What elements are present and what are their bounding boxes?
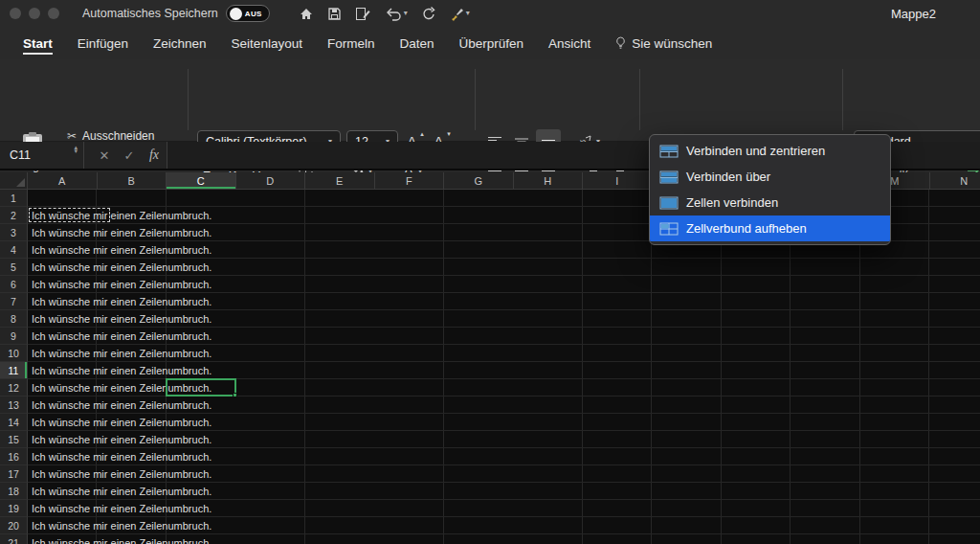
- cut-button[interactable]: ✂ Ausschneiden: [67, 129, 154, 143]
- minimize-window-button[interactable]: [29, 8, 40, 19]
- edit-document-button[interactable]: [355, 7, 371, 21]
- row-cells[interactable]: Ich wünsche mir einen Zeilenumbruch.: [28, 500, 980, 517]
- tab-daten[interactable]: Daten: [399, 27, 434, 59]
- tab-formeln[interactable]: Formeln: [327, 27, 375, 59]
- row-header-8[interactable]: 8: [0, 310, 28, 328]
- undo-button[interactable]: ▾: [385, 7, 408, 21]
- row-21: 21Ich wünsche mir einen Zeilenumbruch.: [0, 534, 980, 544]
- row-header-10[interactable]: 10: [0, 345, 28, 362]
- save-button[interactable]: [327, 7, 342, 21]
- row-cells[interactable]: Ich wünsche mir einen Zeilenumbruch.: [28, 465, 980, 483]
- tab-seitenlayout[interactable]: Seitenlayout: [232, 27, 302, 59]
- cell-text: Ich wünsche mir einen Zeilenumbruch.: [32, 261, 212, 273]
- row-header-1[interactable]: 1: [0, 190, 28, 207]
- autosave-toggle[interactable]: Automatisches Speichern AUS: [82, 5, 270, 22]
- name-box-stepper[interactable]: ▴ ▾: [74, 146, 78, 153]
- column-header-h[interactable]: H: [514, 172, 584, 189]
- row-cells[interactable]: Ich wünsche mir einen Zeilenumbruch.: [28, 276, 980, 293]
- chevron-down-icon: ▾: [74, 149, 78, 153]
- row-header-12[interactable]: 12: [0, 379, 28, 397]
- row-cells[interactable]: Ich wünsche mir einen Zeilenumbruch.: [28, 517, 980, 534]
- checkmark-icon: ✓: [124, 148, 135, 163]
- tab-label: Sie wünschen: [632, 36, 712, 51]
- column-header-d[interactable]: D: [236, 172, 306, 189]
- name-box[interactable]: C11 ▴ ▾: [0, 142, 84, 169]
- menu-item-zellverbund-aufheben[interactable]: Zellverbund aufheben: [650, 215, 890, 241]
- column-header-c[interactable]: C: [167, 172, 236, 189]
- tab-zeichnen[interactable]: Zeichnen: [153, 27, 207, 59]
- customize-toolbar-button[interactable]: ▾: [450, 7, 470, 21]
- row-header-4[interactable]: 4: [0, 241, 28, 259]
- cell-text: Ich wünsche mir einen Zeilenumbruch.: [32, 244, 212, 256]
- menu-item-zellen-verbinden[interactable]: Zellen verbinden: [650, 190, 890, 215]
- column-header-e[interactable]: E: [305, 172, 375, 189]
- row-header-15[interactable]: 15: [0, 431, 28, 448]
- name-box-value: C11: [10, 148, 31, 162]
- chevron-down-icon[interactable]: ▾: [466, 10, 470, 17]
- row-cells[interactable]: Ich wünsche mir einen Zeilenumbruch.: [28, 362, 980, 379]
- row-header-16[interactable]: 16: [0, 448, 28, 465]
- redo-icon: [421, 6, 436, 21]
- row-cells[interactable]: Ich wünsche mir einen Zeilenumbruch.: [28, 259, 980, 276]
- cancel-button[interactable]: ✕: [92, 148, 117, 163]
- row-header-14[interactable]: 14: [0, 414, 28, 431]
- row-header-20[interactable]: 20: [0, 517, 28, 534]
- menu-item-verbinden-ueber[interactable]: Verbinden über: [650, 164, 890, 190]
- tab-einfuegen[interactable]: Einfügen: [78, 27, 128, 59]
- row-header-17[interactable]: 17: [0, 465, 28, 483]
- tab-label: Zeichnen: [153, 36, 207, 51]
- row-header-2[interactable]: 2: [0, 207, 28, 224]
- tab-sie-wuenschen[interactable]: Sie wünschen: [615, 27, 712, 59]
- row-header-18[interactable]: 18: [0, 483, 28, 500]
- tab-ueberpruefen[interactable]: Überprüfen: [458, 27, 523, 59]
- redo-button[interactable]: [421, 6, 436, 21]
- row-cells[interactable]: Ich wünsche mir einen Zeilenumbruch.: [28, 414, 980, 431]
- zoom-window-button[interactable]: [48, 8, 59, 19]
- column-header-f[interactable]: F: [375, 172, 445, 189]
- row-header-5[interactable]: 5: [0, 259, 28, 276]
- row-header-7[interactable]: 7: [0, 293, 28, 310]
- home-button[interactable]: [299, 7, 314, 21]
- autosave-switch[interactable]: AUS: [226, 5, 270, 22]
- autosave-state: AUS: [245, 10, 262, 18]
- row-cells[interactable]: Ich wünsche mir einen Zeilenumbruch.: [28, 379, 980, 397]
- confirm-button[interactable]: ✓: [117, 148, 142, 163]
- cell-text: Ich wünsche mir einen Zeilenumbruch.: [32, 503, 212, 514]
- column-header-b[interactable]: B: [98, 172, 167, 189]
- column-header-a[interactable]: A: [28, 172, 98, 189]
- row-header-9[interactable]: 9: [0, 328, 28, 345]
- row-cells[interactable]: Ich wünsche mir einen Zeilenumbruch.: [28, 310, 980, 328]
- cell-text: Ich wünsche mir einen Zeilenumbruch.: [32, 486, 212, 497]
- row-cells[interactable]: Ich wünsche mir einen Zeilenumbruch.: [28, 397, 980, 414]
- close-window-button[interactable]: [10, 8, 21, 19]
- row-header-11[interactable]: 11: [0, 362, 28, 379]
- home-icon: [299, 7, 314, 21]
- row-header-3[interactable]: 3: [0, 224, 28, 241]
- row-cells[interactable]: Ich wünsche mir einen Zeilenumbruch.: [28, 431, 980, 448]
- column-header-g[interactable]: G: [444, 172, 514, 189]
- column-header-i[interactable]: I: [583, 172, 653, 189]
- row-header-6[interactable]: 6: [0, 276, 28, 293]
- row-cells[interactable]: Ich wünsche mir einen Zeilenumbruch.: [28, 448, 980, 465]
- tab-start[interactable]: Start: [23, 27, 53, 59]
- cancel-icon: ✕: [100, 148, 110, 163]
- row-cells[interactable]: Ich wünsche mir einen Zeilenumbruch.: [28, 534, 980, 544]
- select-all-corner[interactable]: [0, 172, 28, 189]
- tab-label: Überprüfen: [458, 36, 523, 51]
- row-cells[interactable]: Ich wünsche mir einen Zeilenumbruch.: [28, 328, 980, 345]
- row-header-13[interactable]: 13: [0, 397, 28, 414]
- row-header-19[interactable]: 19: [0, 500, 28, 517]
- chevron-down-icon[interactable]: ▾: [404, 10, 408, 17]
- row-header-21[interactable]: 21: [0, 534, 28, 544]
- brush-icon: [450, 7, 464, 21]
- row-cells[interactable]: Ich wünsche mir einen Zeilenumbruch.: [28, 483, 980, 500]
- cell-text: Ich wünsche mir einen Zeilenumbruch.: [32, 434, 212, 445]
- row-cells[interactable]: Ich wünsche mir einen Zeilenumbruch.: [28, 345, 980, 362]
- insert-function-button[interactable]: fx: [142, 147, 167, 163]
- menu-item-verbinden-und-zentrieren[interactable]: Verbinden und zentrieren: [650, 138, 890, 164]
- tab-ansicht[interactable]: Ansicht: [548, 27, 590, 59]
- row-18: 18Ich wünsche mir einen Zeilenumbruch.: [0, 483, 980, 500]
- column-header-n[interactable]: N: [930, 172, 980, 189]
- row-9: 9Ich wünsche mir einen Zeilenumbruch.: [0, 328, 980, 345]
- row-cells[interactable]: Ich wünsche mir einen Zeilenumbruch.: [28, 293, 980, 310]
